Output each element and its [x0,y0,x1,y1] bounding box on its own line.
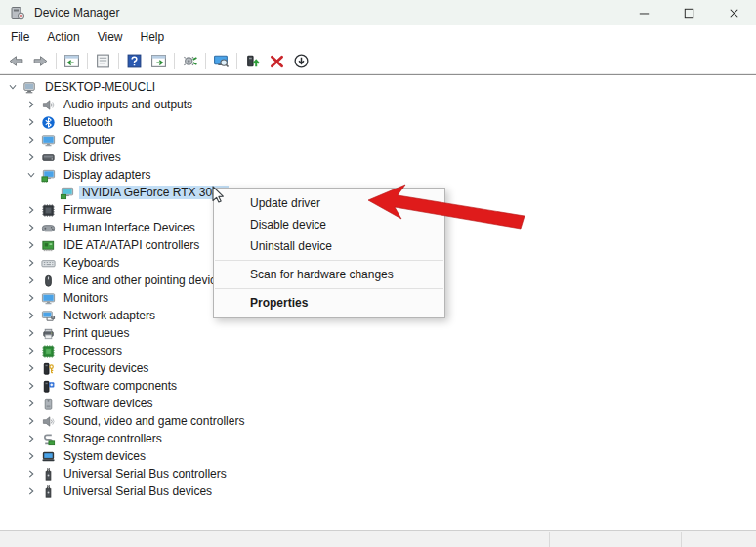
context-menu-item-properties[interactable]: Properties [214,292,444,314]
menu-bar: FileActionViewHelp [0,25,756,48]
tree-item-label: Network adapters [61,309,158,322]
tree-row-bluetooth[interactable]: Bluetooth [0,113,756,131]
action-pane-icon[interactable] [147,50,171,71]
help-icon[interactable] [122,50,147,71]
tree-row-security-devices[interactable]: Security devices [0,359,756,377]
chevron-right-icon[interactable] [22,324,40,342]
system-icon [40,448,56,464]
forward-arrow-icon[interactable] [28,50,53,71]
tree-row-display-adapters[interactable]: Display adapters [0,166,756,184]
toolbar [0,48,756,73]
chevron-right-icon[interactable] [22,201,40,219]
tree-row-system-devices[interactable]: System devices [0,447,756,465]
remote-computer-icon[interactable] [209,50,233,71]
console-tree-icon[interactable] [60,50,84,71]
statusbar-separator [681,532,682,547]
close-button[interactable] [711,0,756,25]
chevron-right-icon[interactable] [22,412,40,430]
minimize-button[interactable] [621,0,666,25]
tree-row-universal-serial-bus-controllers[interactable]: Universal Serial Bus controllers [0,465,756,483]
scan-hardware-icon[interactable] [178,50,202,71]
maximize-button[interactable] [666,0,711,25]
chevron-right-icon[interactable] [22,236,40,254]
chevron-right-icon[interactable] [22,96,40,113]
chevron-right-icon[interactable] [22,272,40,289]
maximize-icon [682,6,696,21]
device-manager-app-icon [10,5,25,21]
chevron-right-icon[interactable] [22,483,40,500]
context-menu-item-uninstall-device[interactable]: Uninstall device [214,235,444,257]
tree-row-computer[interactable]: Computer [0,131,756,148]
computer-icon [21,79,37,95]
menu-help[interactable]: Help [132,27,174,47]
chevron-right-icon[interactable] [22,342,40,359]
tree-row-print-queues[interactable]: Print queues [0,324,756,342]
chevron-down-icon[interactable] [22,166,40,184]
tree-item-label: Security devices [61,361,151,375]
tree-item-label: Display adapters [61,168,153,182]
tree-row-desktop-me0ucli[interactable]: DESKTOP-ME0UCLI [0,78,756,96]
chevron-right-icon[interactable] [22,430,40,447]
chevron-right-icon[interactable] [22,254,40,272]
tree-item-label: Monitors [61,291,111,305]
speaker-icon [40,97,56,112]
tree-row-software-devices[interactable]: Software devices [0,395,756,412]
tree-row-disk-drives[interactable]: Disk drives [0,148,756,166]
tree-item-label: Computer [61,133,118,147]
chevron-right-icon[interactable] [22,395,40,412]
tree-item-label: Firmware [61,203,115,217]
monitor-icon [40,290,56,306]
gamepad-icon [40,220,56,235]
tree-row-sound-video-and-game-controllers[interactable]: Sound, video and game controllers [0,412,756,430]
toolbar-separator [56,53,57,69]
storage-icon [40,431,56,446]
update-driver-icon[interactable] [240,50,265,71]
context-menu-item-scan-for-hardware-changes[interactable]: Scan for hardware changes [214,264,444,285]
tree-item-label: Universal Serial Bus controllers [61,467,230,481]
tree-row-audio-inputs-and-outputs[interactable]: Audio inputs and outputs [0,96,756,113]
status-bar [0,530,756,547]
tree-item-label: Keyboards [61,256,122,270]
tree-row-software-components[interactable]: Software components [0,377,756,395]
tree-row-processors[interactable]: Processors [0,342,756,359]
uninstall-device-icon[interactable] [265,50,289,71]
chevron-right-icon[interactable] [22,219,40,236]
toolbar-separator [118,53,119,69]
menu-action[interactable]: Action [38,27,88,47]
chevron-right-icon[interactable] [22,307,40,324]
display-adapter-icon [40,167,56,183]
tree-item-label: Software devices [61,397,155,410]
toolbar-separator [174,53,175,69]
disable-device-icon[interactable] [289,50,314,71]
printer-icon [40,325,56,341]
statusbar-separator [549,532,550,547]
tree-row-universal-serial-bus-devices[interactable]: Universal Serial Bus devices [0,483,756,500]
titlebar: Device Manager [0,0,756,25]
chevron-right-icon[interactable] [22,447,40,465]
tree-item-label: Human Interface Devices [61,221,198,234]
tree-item-label: Audio inputs and outputs [61,98,195,111]
properties-panel-icon[interactable] [91,50,115,71]
chevron-right-icon[interactable] [22,289,40,307]
context-menu-item-disable-device[interactable]: Disable device [214,214,444,235]
tree-item-label: Software components [61,379,180,393]
context-menu-item-update-driver[interactable]: Update driver [214,192,444,214]
disk-icon [40,149,56,165]
chevron-right-icon[interactable] [22,465,40,483]
tree-row-storage-controllers[interactable]: Storage controllers [0,430,756,447]
device-manager-window: Device Manager FileActionViewHelp DESKTO… [0,0,756,500]
cpu-icon [40,343,56,358]
chevron-down-icon[interactable] [4,78,21,96]
menu-view[interactable]: View [89,27,132,47]
back-arrow-icon[interactable] [4,50,28,71]
context-menu: Update driverDisable deviceUninstall dev… [213,188,445,318]
chevron-right-icon[interactable] [22,113,40,131]
menu-file[interactable]: File [2,27,38,47]
chevron-right-icon[interactable] [22,131,40,148]
security-icon [40,360,56,376]
tree-item-label: Disk drives [61,150,124,164]
tree-item-label: Bluetooth [61,115,116,129]
chevron-right-icon[interactable] [22,148,40,166]
chevron-right-icon[interactable] [22,377,40,395]
chevron-right-icon[interactable] [22,359,40,377]
